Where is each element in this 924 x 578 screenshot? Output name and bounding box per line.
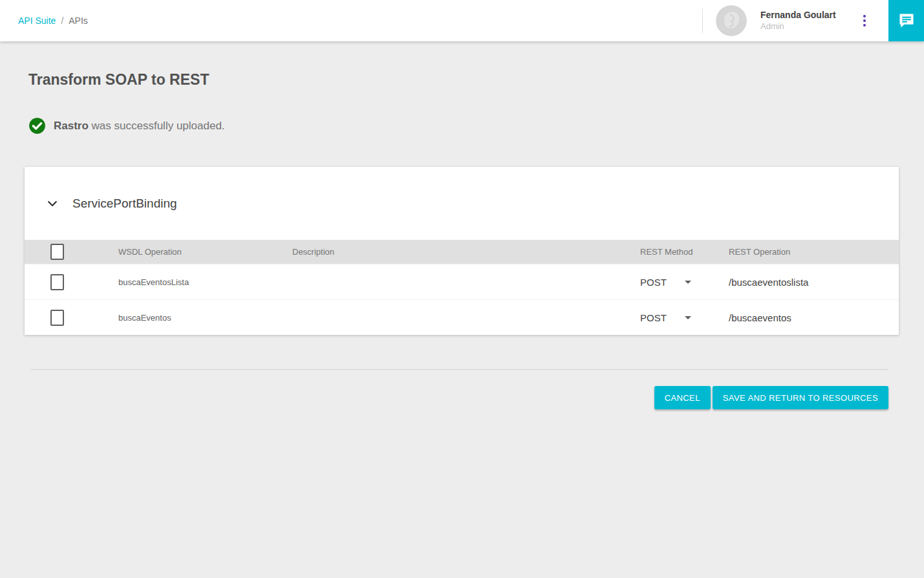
dropdown-arrow-icon [685, 316, 691, 319]
binding-card: ServicePortBinding WSDL Operation Descri… [25, 167, 899, 335]
chat-icon [897, 12, 916, 30]
success-text: Rastro was successfully uploaded. [54, 120, 225, 133]
rest-method-value: POST [640, 277, 667, 288]
rest-method-value: POST [640, 312, 667, 323]
header-divider [702, 8, 703, 33]
row-checkbox[interactable] [50, 310, 64, 326]
select-all-checkbox[interactable] [50, 244, 64, 260]
user-role: Admin [760, 21, 843, 32]
row-checkbox[interactable] [50, 274, 64, 290]
rest-method-select[interactable]: POST [640, 312, 729, 323]
cancel-button[interactable]: CANCEL [654, 386, 711, 409]
section-title: ServicePortBinding [72, 197, 177, 211]
column-header-wsdl-operation: WSDL Operation [118, 247, 292, 257]
dropdown-arrow-icon [685, 281, 691, 284]
wsdl-operation-value: buscaEventos [118, 313, 292, 323]
chat-button[interactable] [888, 0, 924, 41]
main-content: Transform SOAP to REST Rastro was succes… [0, 41, 924, 409]
wsdl-operation-value: buscaEventosLista [118, 277, 292, 287]
breadcrumb: API Suite / APIs [18, 16, 88, 26]
header-right-group: Fernanda Goulart Admin [702, 0, 924, 41]
kebab-menu-icon[interactable] [859, 14, 870, 28]
breadcrumb-api-suite[interactable]: API Suite [18, 16, 56, 26]
breadcrumb-separator: / [61, 16, 63, 26]
page-title: Transform SOAP to REST [28, 41, 924, 89]
breadcrumb-apis: APIs [69, 16, 88, 26]
rest-method-select[interactable]: POST [640, 277, 729, 288]
rest-operation-value: /buscaeventos [729, 312, 899, 323]
check-circle-icon [28, 117, 46, 134]
chevron-down-icon[interactable] [45, 197, 59, 211]
save-and-return-button[interactable]: SAVE AND RETURN TO RESOURCES [713, 386, 888, 409]
top-header: API Suite / APIs Fernanda Goulart Admin [0, 0, 924, 41]
table-header-row: WSDL Operation Description REST Method R… [25, 240, 899, 264]
column-header-rest-operation: REST Operation [729, 247, 899, 257]
table-row: buscaEventosLista POST /buscaeventoslist… [25, 264, 899, 299]
table-row: buscaEventos POST /buscaeventos [25, 299, 899, 335]
footer-divider [31, 369, 888, 370]
binding-card-header: ServicePortBinding [25, 167, 899, 240]
rest-operation-value: /buscaeventoslista [729, 277, 899, 288]
avatar[interactable] [716, 5, 747, 36]
column-header-rest-method: REST Method [640, 247, 729, 257]
success-subject: Rastro [54, 120, 89, 132]
success-message-text: was successfully uploaded. [89, 120, 225, 132]
column-header-description: Description [292, 247, 640, 257]
user-name: Fernanda Goulart [760, 10, 843, 21]
success-message: Rastro was successfully uploaded. [28, 117, 924, 134]
user-info[interactable]: Fernanda Goulart Admin [760, 10, 843, 32]
action-buttons: CANCEL SAVE AND RETURN TO RESOURCES [28, 386, 888, 409]
